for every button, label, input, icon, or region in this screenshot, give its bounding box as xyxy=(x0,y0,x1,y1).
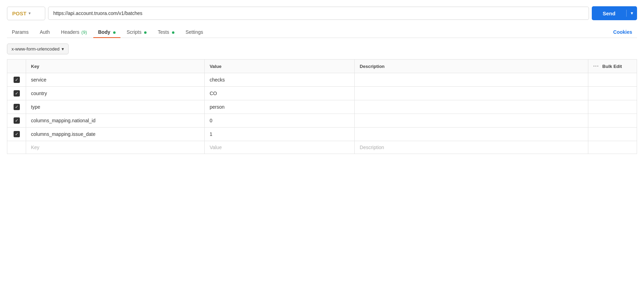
tab-headers[interactable]: Headers (9) xyxy=(56,26,92,38)
value-cell-2[interactable]: person xyxy=(205,100,355,114)
value-cell-4[interactable]: 1 xyxy=(205,128,355,141)
empty-extra-cell xyxy=(588,141,637,154)
checkmark-icon-1: ✓ xyxy=(15,91,18,95)
desc-cell-0[interactable] xyxy=(355,73,588,87)
scripts-dot xyxy=(144,31,147,34)
body-dot xyxy=(113,31,116,34)
empty-desc-cell[interactable]: Description xyxy=(355,141,588,154)
url-input[interactable] xyxy=(48,7,589,20)
send-button-label: Send xyxy=(592,10,626,16)
send-button[interactable]: Send ▾ xyxy=(592,6,637,20)
table-row: ✓ country CO xyxy=(7,87,637,100)
checkbox-cell-4: ✓ xyxy=(7,128,26,141)
checkmark-icon-4: ✓ xyxy=(15,132,18,136)
send-chevron-icon: ▾ xyxy=(627,11,637,16)
table-row: ✓ columns_mapping.national_id 0 xyxy=(7,114,637,128)
checkbox-cell-1: ✓ xyxy=(7,87,26,100)
format-dropdown[interactable]: x-www-form-urlencoded ▾ xyxy=(7,44,69,54)
extra-cell-1 xyxy=(588,87,637,100)
th-key: Key xyxy=(26,60,205,73)
key-cell-3[interactable]: columns_mapping.national_id xyxy=(26,114,205,128)
method-dropdown[interactable]: POST ▾ xyxy=(7,7,45,20)
tab-body[interactable]: Body xyxy=(93,26,120,38)
table-row: ✓ service checks xyxy=(7,73,637,87)
headers-count: (9) xyxy=(81,30,87,35)
checkbox-cell-0: ✓ xyxy=(7,73,26,87)
checkbox-3[interactable]: ✓ xyxy=(14,117,20,124)
value-cell-3[interactable]: 0 xyxy=(205,114,355,128)
url-bar: POST ▾ Send ▾ xyxy=(7,6,637,20)
tab-auth[interactable]: Auth xyxy=(35,26,55,38)
checkbox-1[interactable]: ✓ xyxy=(14,90,20,97)
key-cell-0[interactable]: service xyxy=(26,73,205,87)
table-header-row: Key Value Description ··· Bulk Edit xyxy=(7,60,637,73)
checkmark-icon-0: ✓ xyxy=(15,78,18,82)
method-chevron-icon: ▾ xyxy=(29,11,31,16)
tab-params[interactable]: Params xyxy=(7,26,33,38)
checkbox-4[interactable]: ✓ xyxy=(14,131,20,137)
checkbox-2[interactable]: ✓ xyxy=(14,104,20,110)
table-row: ✓ type person xyxy=(7,100,637,114)
checkmark-icon-2: ✓ xyxy=(15,105,18,109)
extra-cell-2 xyxy=(588,100,637,114)
desc-cell-1[interactable] xyxy=(355,87,588,100)
format-chevron-icon: ▾ xyxy=(62,46,64,52)
empty-value-cell[interactable]: Value xyxy=(205,141,355,154)
th-description: Description xyxy=(355,60,588,73)
key-cell-2[interactable]: type xyxy=(26,100,205,114)
value-cell-0[interactable]: checks xyxy=(205,73,355,87)
key-cell-1[interactable]: country xyxy=(26,87,205,100)
tab-scripts[interactable]: Scripts xyxy=(122,26,152,38)
checkbox-0[interactable]: ✓ xyxy=(14,77,20,83)
params-table: Key Value Description ··· Bulk Edit ✓ se… xyxy=(7,59,637,154)
checkmark-icon-3: ✓ xyxy=(15,118,18,123)
extra-cell-4 xyxy=(588,128,637,141)
value-cell-1[interactable]: CO xyxy=(205,87,355,100)
checkbox-cell-3: ✓ xyxy=(7,114,26,128)
tabs-bar: Params Auth Headers (9) Body Scripts Tes… xyxy=(7,26,637,38)
desc-cell-4[interactable] xyxy=(355,128,588,141)
empty-row: Key Value Description xyxy=(7,141,637,154)
extra-cell-0 xyxy=(588,73,637,87)
cookies-link[interactable]: Cookies xyxy=(608,26,637,38)
tab-settings[interactable]: Settings xyxy=(181,26,208,38)
extra-cell-3 xyxy=(588,114,637,128)
checkbox-cell-2: ✓ xyxy=(7,100,26,114)
tab-tests[interactable]: Tests xyxy=(153,26,179,38)
bulk-edit-dots-icon[interactable]: ··· xyxy=(593,63,599,69)
tests-dot xyxy=(172,31,174,34)
bulk-edit-label[interactable]: Bulk Edit xyxy=(602,64,622,69)
empty-key-cell[interactable]: Key xyxy=(26,141,205,154)
format-label: x-www-form-urlencoded xyxy=(11,46,60,52)
method-label: POST xyxy=(12,10,26,16)
empty-checkbox-cell xyxy=(7,141,26,154)
desc-cell-3[interactable] xyxy=(355,114,588,128)
th-checkbox xyxy=(7,60,26,73)
th-bulk-edit: ··· Bulk Edit xyxy=(588,60,637,73)
table-row: ✓ columns_mapping.issue_date 1 xyxy=(7,128,637,141)
th-value: Value xyxy=(205,60,355,73)
desc-cell-2[interactable] xyxy=(355,100,588,114)
key-cell-4[interactable]: columns_mapping.issue_date xyxy=(26,128,205,141)
